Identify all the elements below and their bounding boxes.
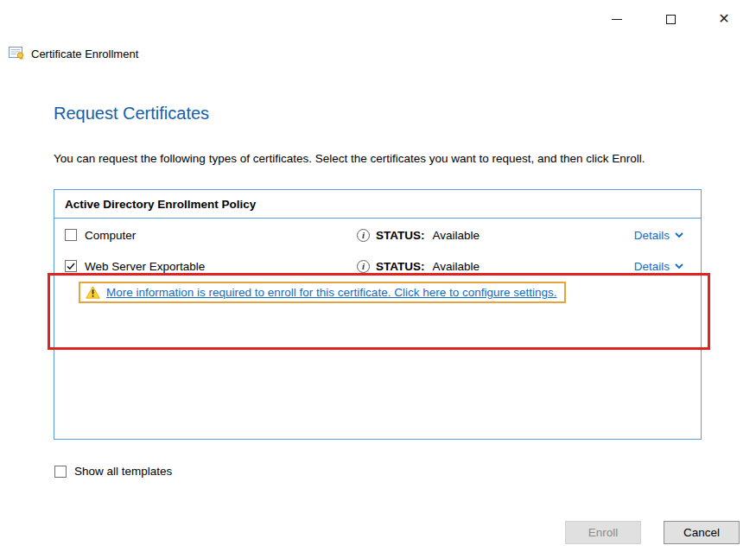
status-value: Available — [433, 260, 480, 273]
enrollment-policy-panel: Active Directory Enrollment Policy Compu… — [54, 189, 702, 440]
app-header: Certificate Enrollment — [9, 47, 138, 60]
checkmark-icon — [67, 263, 75, 270]
maximize-icon — [666, 15, 676, 24]
chevron-down-icon — [675, 263, 683, 269]
annotation-orange-box: More information is required to enroll f… — [79, 282, 566, 303]
footer-buttons: Enroll Cancel — [565, 521, 740, 544]
window-controls: ✕ — [597, 5, 744, 33]
table-row-web-server: Web Server Exportable i STATUS: Availabl… — [54, 250, 701, 281]
cancel-button[interactable]: Cancel — [664, 521, 740, 544]
web-server-checkbox[interactable] — [65, 260, 77, 272]
show-all-templates-label: Show all templates — [74, 465, 172, 478]
warning-icon — [86, 286, 100, 299]
warning-row: More information is required to enroll f… — [79, 282, 701, 303]
enroll-button[interactable]: Enroll — [565, 521, 641, 544]
info-icon: i — [357, 229, 370, 242]
details-label: Details — [634, 260, 670, 273]
close-icon: ✕ — [718, 12, 729, 26]
certificate-enrollment-icon — [9, 47, 24, 60]
computer-details-link[interactable]: Details — [634, 229, 690, 242]
cert-name-label: Computer — [85, 229, 136, 242]
status-label: STATUS: — [376, 260, 425, 273]
app-title: Certificate Enrollment — [31, 48, 138, 60]
show-all-templates-row: Show all templates — [54, 465, 172, 478]
minimize-icon — [612, 19, 622, 20]
status-label: STATUS: — [376, 229, 425, 242]
computer-checkbox[interactable] — [65, 229, 77, 241]
page-title: Request Certificates — [54, 104, 703, 124]
details-label: Details — [634, 229, 670, 242]
status-cell: i STATUS: Available — [357, 260, 634, 273]
status-value: Available — [433, 229, 480, 242]
table-row-computer: Computer i STATUS: Available Details — [54, 219, 701, 250]
close-button[interactable]: ✕ — [704, 5, 744, 33]
configure-settings-link[interactable]: More information is required to enroll f… — [106, 286, 556, 299]
show-all-templates-checkbox[interactable] — [54, 466, 67, 478]
page-description: You can request the following types of c… — [54, 149, 700, 168]
cert-name-label: Web Server Exportable — [85, 260, 205, 273]
maximize-button[interactable] — [651, 5, 690, 33]
status-cell: i STATUS: Available — [357, 229, 634, 242]
info-icon: i — [357, 260, 370, 273]
main-content: Request Certificates You can request the… — [54, 104, 703, 440]
cert-name-cell: Computer — [65, 229, 357, 242]
policy-header: Active Directory Enrollment Policy — [54, 190, 701, 219]
minimize-button[interactable] — [597, 5, 637, 33]
chevron-down-icon — [675, 232, 683, 238]
web-server-details-link[interactable]: Details — [634, 260, 690, 273]
cert-name-cell: Web Server Exportable — [65, 260, 357, 273]
